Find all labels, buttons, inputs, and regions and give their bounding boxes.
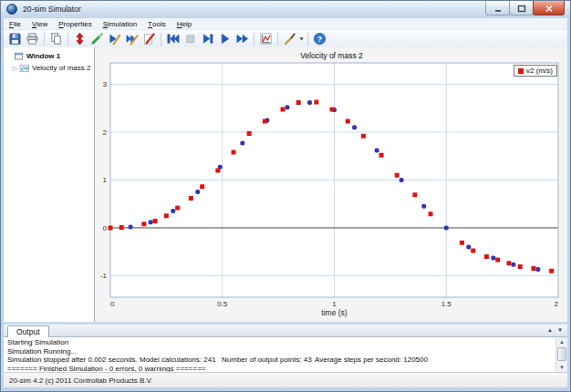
tab-scroll-buttons: ▲▼ bbox=[547, 327, 563, 333]
plot-panel: Velocity of mass 2 3210-100.511.52time (… bbox=[96, 47, 567, 322]
multimeter-icon bbox=[283, 32, 296, 46]
titlebar[interactable]: 20-sim Simulator bbox=[1, 1, 570, 18]
red-updown-button[interactable] bbox=[71, 31, 88, 47]
close-icon bbox=[545, 0, 554, 16]
x-axis-label: time (s) bbox=[321, 308, 348, 317]
scrollbar-down-icon[interactable]: ▼ bbox=[556, 363, 567, 372]
fast-run-icon bbox=[235, 32, 249, 46]
blue-pen-fast-button[interactable] bbox=[123, 31, 140, 47]
minimize-button[interactable] bbox=[485, 1, 510, 15]
toolbar-separator bbox=[67, 33, 68, 46]
red-pen-icon bbox=[142, 32, 156, 46]
menu-file[interactable]: File bbox=[4, 18, 26, 29]
go-to-start-button[interactable] bbox=[164, 31, 182, 47]
chart-icon bbox=[19, 63, 32, 74]
menu-help[interactable]: Help bbox=[171, 18, 197, 29]
window-title: 20-sim Simulator bbox=[23, 5, 81, 14]
run-button[interactable] bbox=[216, 31, 234, 47]
tree-item-window-1[interactable]: Window 1 bbox=[4, 50, 94, 62]
scrollbar-up-icon[interactable]: ▲ bbox=[556, 337, 567, 346]
output-line: Starting Simulation bbox=[7, 338, 555, 347]
fast-run-button[interactable] bbox=[234, 31, 251, 47]
run-icon bbox=[218, 32, 232, 46]
stop-icon bbox=[183, 32, 197, 46]
svg-text:2: 2 bbox=[103, 129, 108, 137]
main-area: Window 1▷Velocity of mass 2 Velocity of … bbox=[4, 47, 567, 322]
svg-text:0: 0 bbox=[103, 224, 108, 232]
multimeter-dropdown-icon[interactable] bbox=[298, 36, 305, 42]
plot-icon bbox=[259, 32, 273, 46]
toolbar-separator bbox=[44, 33, 45, 46]
app-logo-icon bbox=[6, 4, 17, 15]
step-forward-button[interactable] bbox=[199, 31, 216, 47]
statusbar: 20-sim 4.2 (c) 2011 Controllab Products … bbox=[4, 372, 567, 387]
menu-view[interactable]: View bbox=[26, 18, 53, 29]
red-pen-button[interactable] bbox=[140, 31, 158, 47]
output-scrollbar[interactable]: ▲▼ bbox=[555, 337, 567, 372]
caption-buttons bbox=[486, 1, 565, 15]
print-button[interactable] bbox=[24, 31, 41, 47]
output-line: Simulation stopped after 0.002 seconds.M… bbox=[7, 356, 555, 365]
tree-item-label: Velocity of mass 2 bbox=[32, 64, 90, 72]
help-button[interactable]: ? bbox=[311, 31, 328, 47]
output-line: ======= Finished Simulation - 0 errors, … bbox=[7, 365, 555, 373]
output-log: Starting SimulationSimulation Running...… bbox=[4, 337, 555, 372]
menu-simulation[interactable]: Simulation bbox=[98, 18, 142, 29]
maximize-icon bbox=[517, 0, 526, 16]
velocity-plot-canvas[interactable]: 3210-100.511.52time (s) bbox=[96, 62, 567, 319]
plot-button[interactable] bbox=[257, 31, 275, 47]
svg-text:0.5: 0.5 bbox=[217, 300, 228, 308]
svg-text:0: 0 bbox=[110, 300, 115, 308]
blue-pen-run-button[interactable] bbox=[106, 31, 123, 47]
svg-text:?: ? bbox=[317, 35, 322, 44]
svg-text:1: 1 bbox=[103, 176, 108, 184]
svg-text:1: 1 bbox=[332, 300, 337, 308]
copy-icon bbox=[49, 32, 63, 46]
save-button[interactable] bbox=[6, 31, 24, 47]
plot-title: Velocity of mass 2 bbox=[96, 51, 567, 60]
output-tabbar: Output ▲▼ bbox=[4, 325, 567, 337]
maximize-button[interactable] bbox=[509, 1, 534, 15]
toolbar-separator bbox=[254, 33, 254, 46]
green-pen-icon bbox=[90, 32, 104, 46]
tree-item-velocity-of-mass-2[interactable]: ▷Velocity of mass 2 bbox=[4, 62, 94, 74]
legend-label: v2 (m/s) bbox=[526, 67, 553, 75]
blue-pen-run-icon bbox=[108, 32, 121, 46]
toolbar-separator bbox=[161, 33, 161, 46]
menubar: FileViewPropertiesSimulationToolsHelp bbox=[4, 18, 567, 29]
print-icon bbox=[26, 32, 39, 46]
stop-button bbox=[182, 31, 199, 47]
menu-tools[interactable]: Tools bbox=[142, 18, 171, 29]
green-pen-button[interactable] bbox=[88, 31, 106, 47]
toolbar: ? bbox=[4, 29, 567, 47]
tab-scroll-down-icon[interactable]: ▼ bbox=[557, 327, 563, 333]
toolbar-separator bbox=[277, 33, 278, 46]
tab-output[interactable]: Output bbox=[7, 325, 49, 337]
multimeter-button[interactable] bbox=[281, 31, 298, 47]
help-icon: ? bbox=[313, 32, 327, 46]
step-forward-icon bbox=[201, 32, 214, 46]
red-updown-icon bbox=[73, 32, 87, 46]
plot-legend[interactable]: v2 (m/s) bbox=[514, 65, 557, 77]
menu-properties[interactable]: Properties bbox=[53, 18, 97, 29]
scrollbar-thumb[interactable] bbox=[557, 347, 566, 361]
minimize-icon bbox=[493, 0, 503, 16]
screen: 20-sim Simulator FileViewPropertiesSimul… bbox=[0, 0, 571, 392]
app-window: 20-sim Simulator FileViewPropertiesSimul… bbox=[0, 0, 571, 392]
plot-tree-panel: Window 1▷Velocity of mass 2 bbox=[4, 47, 95, 322]
close-button[interactable] bbox=[533, 1, 565, 15]
tab-scroll-up-icon[interactable]: ▲ bbox=[547, 327, 553, 333]
svg-text:-1: -1 bbox=[100, 272, 108, 280]
output-panel: Output ▲▼ Starting SimulationSimulation … bbox=[4, 325, 567, 372]
save-icon bbox=[8, 32, 22, 46]
svg-text:3: 3 bbox=[103, 80, 108, 88]
output-line: Simulation Running... bbox=[7, 347, 555, 356]
legend-marker-icon bbox=[518, 68, 524, 74]
expander-collapsed-icon[interactable]: ▷ bbox=[11, 62, 19, 74]
status-text: 20-sim 4.2 (c) 2011 Controllab Products … bbox=[9, 377, 152, 385]
svg-text:1.5: 1.5 bbox=[441, 300, 452, 308]
copy-button[interactable] bbox=[47, 31, 65, 47]
go-to-start-icon bbox=[166, 32, 180, 46]
window-icon bbox=[14, 51, 26, 62]
svg-text:2: 2 bbox=[555, 300, 559, 308]
